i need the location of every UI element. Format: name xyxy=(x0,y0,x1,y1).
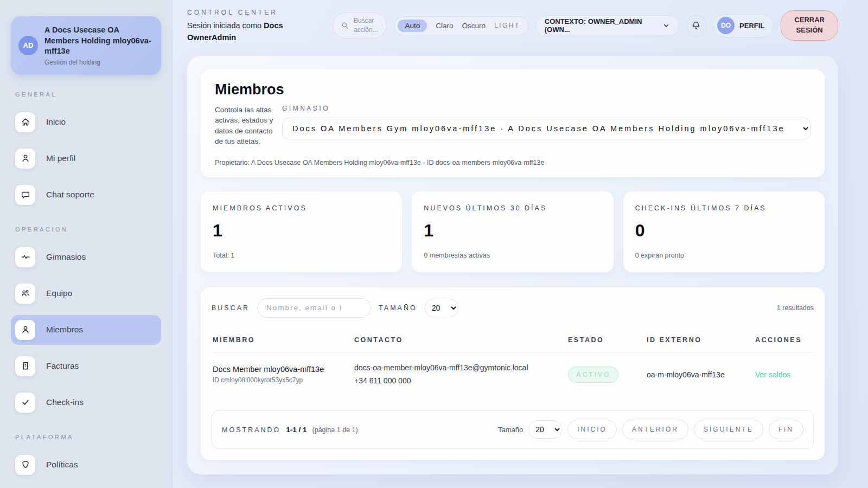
member-name: Docs Member mloy06va-mff13e xyxy=(213,365,354,374)
sidebar-item-facturas[interactable]: Facturas xyxy=(11,351,161,381)
member-internal-id: ID cmloy08i000kyrot53yx5c7yp xyxy=(213,376,354,384)
stat-label: NUEVOS ÚLTIMOS 30 DÍAS xyxy=(424,204,601,212)
gym-select-label: GIMNASIO xyxy=(282,105,810,112)
sidebar-item-check-ins[interactable]: Check-ins xyxy=(11,388,161,418)
sidebar-item-equipo[interactable]: Equipo xyxy=(11,279,161,309)
member-icon xyxy=(15,320,35,340)
sidebar-item-label: Inicio xyxy=(46,117,66,127)
sidebar-item-label: Equipo xyxy=(46,288,72,298)
stat-subtext: 0 expiran pronto xyxy=(635,252,813,259)
user-icon xyxy=(15,149,35,169)
check-icon xyxy=(15,393,35,413)
search-icon xyxy=(341,21,349,30)
pagination-bar: MOSTRANDO 1-1 / 1 (página 1 de 1) Tamaño… xyxy=(212,410,814,449)
sidebar-item-label: Políticas xyxy=(46,460,78,470)
theme-option-auto[interactable]: Auto xyxy=(398,20,427,32)
sidebar-item-inicio[interactable]: Inicio xyxy=(11,107,161,137)
prev-page-button[interactable]: ANTERIOR xyxy=(622,420,688,439)
activity-icon xyxy=(15,247,35,267)
member-phone: +34 611 000 000 xyxy=(354,375,568,388)
notifications-button[interactable] xyxy=(686,15,706,37)
pager-size-select[interactable]: 20 xyxy=(528,420,562,439)
topbar: CONTROL CENTER Sesión iniciada como Docs… xyxy=(187,8,838,44)
search-label: BUSCAR xyxy=(212,304,250,312)
stat-value: 1 xyxy=(213,221,390,241)
action-search-box[interactable]: Buscar acción... xyxy=(333,12,387,38)
table-row: Docs Member mloy06va-mff13e ID cmloy08i0… xyxy=(212,352,814,396)
sidebar-item-gimnasios[interactable]: Gimnasios xyxy=(11,242,161,272)
org-avatar: AD xyxy=(18,36,38,55)
logout-button[interactable]: CERRAR SESIÓN xyxy=(781,10,838,41)
next-page-button[interactable]: SIGUIENTE xyxy=(694,420,763,439)
column-header-contacto: CONTACTO xyxy=(354,336,568,344)
stat-label: MIEMBROS ACTIVOS xyxy=(213,204,390,212)
stats-row: MIEMBROS ACTIVOS 1 Total: 1 NUEVOS ÚLTIM… xyxy=(201,191,825,272)
receipt-icon xyxy=(15,356,35,376)
column-header-id-externo: ID EXTERNO xyxy=(647,336,755,344)
column-header-acciones: ACCIONES xyxy=(755,336,813,344)
sidebar-item-label: Chat soporte xyxy=(46,190,94,200)
profile-label: PERFIL xyxy=(739,22,764,30)
first-page-button[interactable]: INICIO xyxy=(567,420,617,439)
section-label-general: GENERAL xyxy=(15,91,157,98)
member-email: docs-oa-member-mloy06va-mff13e@gymtonic.… xyxy=(354,362,568,375)
stat-card-new-30-days: NUEVOS ÚLTIMOS 30 DÍAS 1 0 membresías ac… xyxy=(412,191,613,272)
section-label-operacion: OPERACION xyxy=(15,226,157,233)
theme-option-oscuro[interactable]: Oscuro xyxy=(462,22,486,30)
home-icon xyxy=(15,112,35,132)
sidebar-item-label: Mi perfil xyxy=(46,153,75,163)
theme-mode-label: LIGHT xyxy=(494,22,520,29)
status-badge: ACTIVO xyxy=(568,367,618,383)
showing-page: (página 1 de 1) xyxy=(312,426,358,434)
sidebar-item-label: Gimnasios xyxy=(46,252,86,262)
showing-range: 1-1 / 1 xyxy=(286,426,307,434)
sidebar-item-mi-perfil[interactable]: Mi perfil xyxy=(11,144,161,174)
context-label: CONTEXTO: OWNER_ADMIN (OWN... xyxy=(545,17,656,34)
page-size-label: TAMAÑO xyxy=(379,304,417,312)
context-dropdown[interactable]: CONTEXTO: OWNER_ADMIN (OWN... xyxy=(535,15,679,36)
bell-icon xyxy=(691,21,701,30)
stat-label: CHECK-INS ÚLTIMOS 7 DÍAS xyxy=(635,204,813,212)
owner-line: Propietario: A Docs Usecase OA Members H… xyxy=(215,159,810,166)
profile-avatar: DO xyxy=(717,17,735,34)
org-subtitle: Gestión del holding xyxy=(44,59,154,66)
theme-option-claro[interactable]: Claro xyxy=(436,22,453,30)
column-header-estado: ESTADO xyxy=(568,336,647,344)
profile-button[interactable]: DO PERFIL xyxy=(713,14,774,37)
control-center-kicker: CONTROL CENTER xyxy=(187,9,326,16)
stat-value: 0 xyxy=(635,221,813,241)
session-text: Sesión iniciada como Docs OwnerAdmin xyxy=(187,20,326,44)
stat-card-checkins-7-days: CHECK-INS ÚLTIMOS 7 DÍAS 0 0 expiran pro… xyxy=(623,191,825,272)
shield-icon xyxy=(15,455,35,475)
showing-label: MOSTRANDO xyxy=(222,426,280,434)
page-description: Controla las altas activas, estados y da… xyxy=(215,105,275,147)
column-header-miembro: MIEMBRO xyxy=(213,336,354,344)
search-placeholder: Buscar acción... xyxy=(354,16,379,35)
table-header-row: MIEMBRO CONTACTO ESTADO ID EXTERNO ACCIO… xyxy=(212,336,814,352)
stat-subtext: Total: 1 xyxy=(213,252,390,259)
chevron-down-icon xyxy=(662,22,670,29)
last-page-button[interactable]: FIN xyxy=(769,420,803,439)
stat-subtext: 0 membresías activas xyxy=(424,252,601,259)
page-title: Miembros xyxy=(215,81,810,98)
stat-value: 1 xyxy=(424,221,601,241)
sidebar-item-label: Check-ins xyxy=(46,397,84,407)
view-balances-link[interactable]: Ver saldos xyxy=(755,370,790,379)
sidebar-item-politicas[interactable]: Políticas xyxy=(11,450,161,480)
members-table-card: BUSCAR TAMAÑO 20 1 resultados MIEMBRO CO… xyxy=(201,287,825,460)
chat-icon xyxy=(15,185,35,205)
org-name: A Docs Usecase OA Members Holding mloy06… xyxy=(44,25,154,57)
member-search-input[interactable] xyxy=(257,298,371,318)
results-count: 1 resultados xyxy=(777,304,814,312)
sidebar-item-chat-soporte[interactable]: Chat soporte xyxy=(11,180,161,210)
page-size-select[interactable]: 20 xyxy=(425,299,458,317)
pager-size-label: Tamaño xyxy=(498,426,523,434)
sidebar-item-label: Miembros xyxy=(46,325,83,335)
content-shell: Miembros Controla las altas activas, est… xyxy=(187,56,838,474)
sidebar-item-miembros[interactable]: Miembros xyxy=(11,315,161,345)
gym-select[interactable]: Docs OA Members Gym mloy06va-mff13e · A … xyxy=(282,118,810,139)
stat-card-active-members: MIEMBROS ACTIVOS 1 Total: 1 xyxy=(201,191,402,272)
section-label-plataforma: PLATAFORMA xyxy=(15,434,157,440)
users-icon xyxy=(15,284,35,304)
org-card[interactable]: AD A Docs Usecase OA Members Holding mlo… xyxy=(11,16,161,75)
